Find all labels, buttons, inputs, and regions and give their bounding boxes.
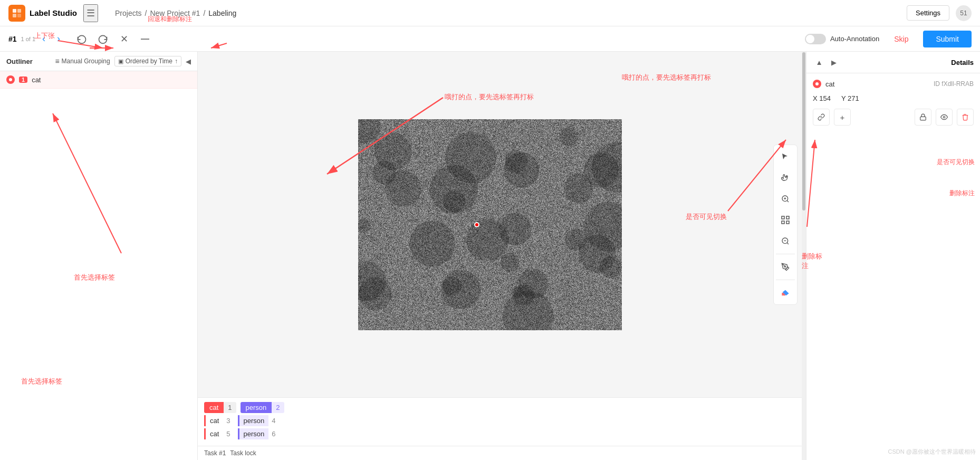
- next-task-button[interactable]: ›: [52, 33, 65, 45]
- user-avatar: 51: [956, 5, 972, 21]
- outliner-controls: ≡ Manual Grouping ▣ Ordered by Time ↑ ◀: [55, 56, 191, 66]
- person-num-3: 6: [268, 428, 278, 439]
- person-tag-1[interactable]: person 2: [241, 402, 284, 413]
- details-item-id: ID fXdll-RRAB: [934, 80, 974, 88]
- annotation-note: 回退和删除标注: [148, 15, 192, 24]
- redo-button[interactable]: [94, 31, 111, 47]
- task-footer-task: Task #1: [204, 449, 226, 457]
- undo-button[interactable]: [73, 31, 90, 47]
- svg-rect-5: [782, 216, 784, 219]
- cn-note-click: 哦打的点，要先选标签再打标: [622, 73, 711, 82]
- hamburger-button[interactable]: ☰: [83, 4, 98, 22]
- canvas-area: 哦打的点，要先选标签再打标: [198, 52, 806, 460]
- shortcut-button[interactable]: —: [137, 31, 153, 47]
- annotation-point[interactable]: [474, 222, 479, 227]
- header: Label Studio ☰ Projects / New Project #1…: [0, 0, 980, 26]
- submit-button[interactable]: Submit: [923, 31, 972, 47]
- auto-annotation-control: Auto-Annotation: [805, 34, 879, 44]
- image-wrapper: 哦打的点，要先选标签再打标: [198, 52, 806, 397]
- annotation-canvas[interactable]: [358, 119, 622, 330]
- person-tag-3[interactable]: person 6: [238, 428, 279, 439]
- details-title: Details: [951, 59, 974, 66]
- svg-rect-7: [782, 221, 784, 224]
- person-label-2: person: [238, 415, 269, 426]
- skip-button[interactable]: Skip: [883, 32, 919, 46]
- scrollbar-thumb: [802, 52, 805, 210]
- right-toolbar: [773, 145, 798, 305]
- grid-tool[interactable]: [776, 210, 795, 229]
- cn-note-delete: 删除标注: [949, 189, 975, 198]
- toggle-knob: [806, 35, 814, 43]
- logo: Label Studio: [8, 5, 77, 22]
- task-footer-lock: Task lock: [230, 449, 256, 457]
- cat-label-1: cat: [204, 402, 224, 413]
- zoom-out-tool[interactable]: [776, 232, 795, 251]
- item-badge: 1: [19, 76, 27, 83]
- cat-tag-2[interactable]: cat 3: [204, 415, 234, 426]
- pen-tool[interactable]: [776, 257, 795, 276]
- eraser-tool[interactable]: [776, 283, 795, 302]
- outliner-body: 首先选择标签: [0, 89, 197, 460]
- breadcrumb-sep2: /: [203, 9, 205, 17]
- auto-annotation-toggle[interactable]: [805, 34, 826, 44]
- details-lock-button[interactable]: [915, 109, 931, 126]
- canvas-scrollbar[interactable]: [802, 52, 806, 460]
- svg-rect-3: [17, 14, 21, 17]
- details-link-button[interactable]: [813, 109, 830, 126]
- svg-rect-2: [13, 14, 16, 17]
- attribution: CSDN @愿你被这个世界温暖相待: [888, 448, 976, 456]
- cursor-tool[interactable]: [776, 147, 795, 166]
- person-num-2: 4: [268, 415, 278, 426]
- svg-point-14: [943, 116, 945, 118]
- details-scroll-right[interactable]: ▶: [828, 56, 840, 69]
- person-label-1: person: [241, 402, 272, 413]
- svg-rect-0: [13, 9, 16, 13]
- details-coords: X 154 Y 271: [813, 94, 974, 102]
- label-row-2: cat 3 person 4: [204, 415, 800, 426]
- settings-button[interactable]: Settings: [907, 5, 949, 21]
- svg-rect-1: [17, 9, 21, 13]
- label-row-3: cat 5 person 6: [204, 428, 800, 439]
- item-dot-inner: [9, 78, 12, 81]
- details-add-button[interactable]: +: [834, 109, 851, 126]
- main-layout: Outliner ≡ Manual Grouping ▣ Ordered by …: [0, 52, 980, 460]
- cat-tag-1[interactable]: cat 1: [204, 402, 236, 413]
- delete-annotation-button[interactable]: ✕: [116, 31, 132, 47]
- logo-icon: [8, 5, 25, 22]
- details-header: ▲ ▶ Details: [806, 52, 980, 73]
- item-dot: [6, 75, 15, 84]
- details-visible-button[interactable]: [936, 109, 953, 126]
- details-x: X 154: [813, 94, 831, 102]
- cat-label-2: cat: [204, 415, 223, 426]
- label-strip: cat 1 person 2 cat 3 person 4: [198, 397, 806, 446]
- cat-tag-3[interactable]: cat 5: [204, 428, 234, 439]
- toolbar-divider: [776, 254, 795, 254]
- breadcrumb-sep1: /: [145, 9, 147, 17]
- details-delete-button[interactable]: [957, 109, 974, 126]
- toolbar-divider2: [776, 280, 795, 280]
- cat-num-3: 5: [223, 428, 233, 439]
- person-tag-2[interactable]: person 4: [238, 415, 279, 426]
- outliner-panel: Outliner ≡ Manual Grouping ▣ Ordered by …: [0, 52, 198, 460]
- zoom-in-tool[interactable]: [776, 189, 795, 208]
- prev-task-button[interactable]: ‹: [37, 33, 50, 45]
- task-nav: #1 1 of 1 ‹ ›: [8, 33, 65, 45]
- details-item-row: cat ID fXdll-RRAB: [813, 80, 974, 88]
- outliner-title: Outliner: [6, 57, 33, 65]
- details-panel: ▲ ▶ Details cat ID fXdll-RRAB X 154 Y 27…: [806, 52, 980, 460]
- breadcrumb-projects[interactable]: Projects: [115, 9, 142, 17]
- collapse-outliner-button[interactable]: ◀: [186, 57, 191, 65]
- cat-num-1: 1: [224, 402, 236, 413]
- details-dot: [813, 80, 821, 88]
- details-scroll-up[interactable]: ▲: [813, 56, 825, 69]
- item-label: cat: [32, 76, 41, 84]
- outliner-item-cat[interactable]: 1 cat: [0, 71, 197, 89]
- details-dot-inner: [815, 82, 819, 85]
- task-footer: Task #1 Task lock: [198, 446, 806, 460]
- manual-grouping-button[interactable]: ≡ Manual Grouping: [55, 57, 110, 65]
- hand-tool[interactable]: [776, 168, 795, 187]
- ordered-by-time-button[interactable]: ▣ Ordered by Time ↑: [114, 56, 181, 66]
- svg-rect-6: [786, 216, 789, 219]
- task-count: 1 of 1: [21, 36, 36, 42]
- person-num-1: 2: [272, 402, 284, 413]
